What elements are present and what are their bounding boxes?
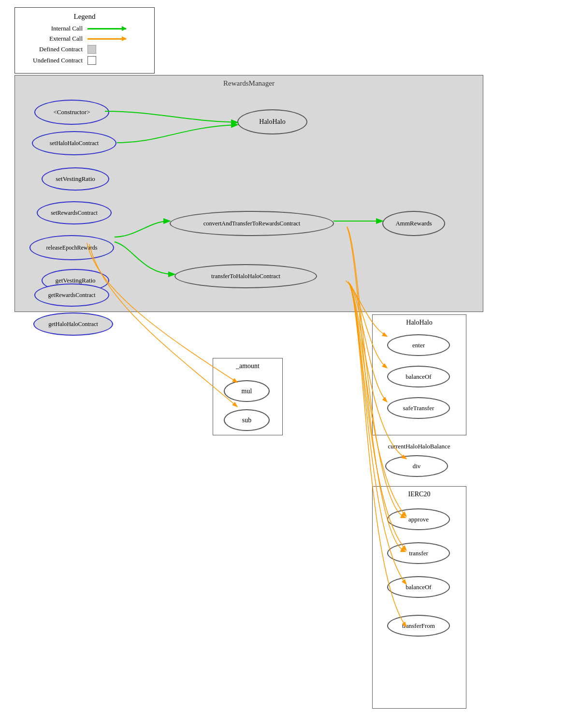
node-mul: mul xyxy=(224,380,270,402)
legend-external-call-row: External Call xyxy=(25,35,145,43)
halohalo-sub-box: HaloHalo enter balanceOf safeTransfer xyxy=(372,314,466,435)
defined-contract-square xyxy=(87,45,96,54)
legend-title: Legend xyxy=(25,13,145,21)
legend-internal-call-row: Internal Call xyxy=(25,25,145,32)
ierc20-title: IERC20 xyxy=(408,490,431,498)
node-div: div xyxy=(385,455,448,477)
node-transfer: transfer xyxy=(387,542,450,564)
node-setVestingRatio: setVestingRatio xyxy=(42,167,109,191)
node-halohalo-internal: HaloHalo xyxy=(237,109,307,134)
legend-undefined-row: Undefined Contract xyxy=(25,56,145,65)
node-sub: sub xyxy=(224,409,270,431)
current-halohalo-balance-container: currentHaloHaloBalance div xyxy=(366,443,472,484)
undefined-contract-label: Undefined Contract xyxy=(25,57,87,64)
internal-call-label: Internal Call xyxy=(25,25,87,32)
node-setHaloHaloContract: setHaloHaloContract xyxy=(32,131,116,155)
node-convertAndTransfer: convertAndTransferToRewardsContract xyxy=(170,211,334,236)
defined-contract-label: Defined Contract xyxy=(25,45,87,53)
external-call-line xyxy=(87,38,126,40)
rewards-manager-title: RewardsManager xyxy=(223,79,275,88)
node-AmmRewards: AmmRewards xyxy=(382,211,445,236)
halohalo-sub-title: HaloHalo xyxy=(406,319,432,327)
node-constructor: <Constructor> xyxy=(34,100,109,125)
node-getRewardsContract: getRewardsContract xyxy=(34,283,109,307)
node-approve: approve xyxy=(387,508,450,530)
amount-label: _amount xyxy=(236,362,260,370)
current-halohalo-label: currentHaloHaloBalance xyxy=(366,443,472,450)
ierc20-sub-box: IERC20 approve transfer balanceOf transf… xyxy=(372,486,466,709)
node-transferToHaloHalo: transferToHaloHaloContract xyxy=(174,264,317,288)
node-halohalo-balanceof: balanceOf xyxy=(387,366,450,387)
node-setRewardsContract: setRewardsContract xyxy=(37,201,112,224)
internal-call-line xyxy=(87,28,126,30)
legend-box: Legend Internal Call External Call Defin… xyxy=(14,7,155,74)
legend-defined-row: Defined Contract xyxy=(25,45,145,54)
node-enter: enter xyxy=(387,334,450,356)
node-getHaloHaloContract: getHaloHaloContract xyxy=(33,312,113,336)
rewards-manager-box: RewardsManager <Constructor> setHaloHalo… xyxy=(14,75,483,312)
node-safeTransfer: safeTransfer xyxy=(387,397,450,419)
node-transferFrom: transferFrom xyxy=(387,615,450,637)
external-call-label: External Call xyxy=(25,35,87,43)
amount-box: _amount mul sub xyxy=(213,358,283,435)
undefined-contract-square xyxy=(87,56,96,65)
node-releaseEpochRewards: releaseEpochRewards xyxy=(29,235,114,260)
node-ierc20-balanceof: balanceOf xyxy=(387,576,450,598)
